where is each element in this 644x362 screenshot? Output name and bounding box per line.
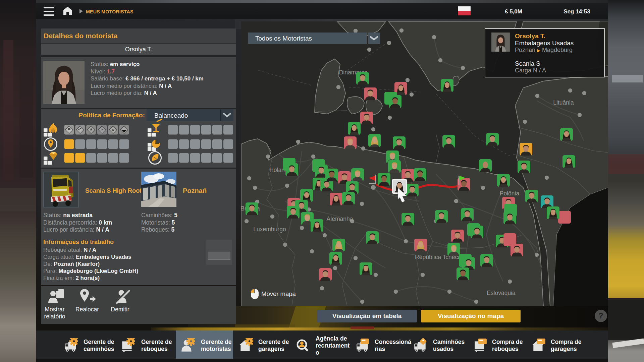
svg-text:Luxemburgo: Luxemburgo [253, 226, 286, 233]
svg-text:Alemanha: Alemanha [327, 216, 353, 222]
svg-text:Eslováquia: Eslováquia [487, 290, 516, 296]
svg-text:Lituânia: Lituânia [553, 99, 574, 106]
svg-text:Mover mapa: Mover mapa [261, 290, 296, 297]
svg-text:Polônia: Polônia [500, 190, 520, 197]
svg-text:Holan: Holan [269, 167, 285, 173]
